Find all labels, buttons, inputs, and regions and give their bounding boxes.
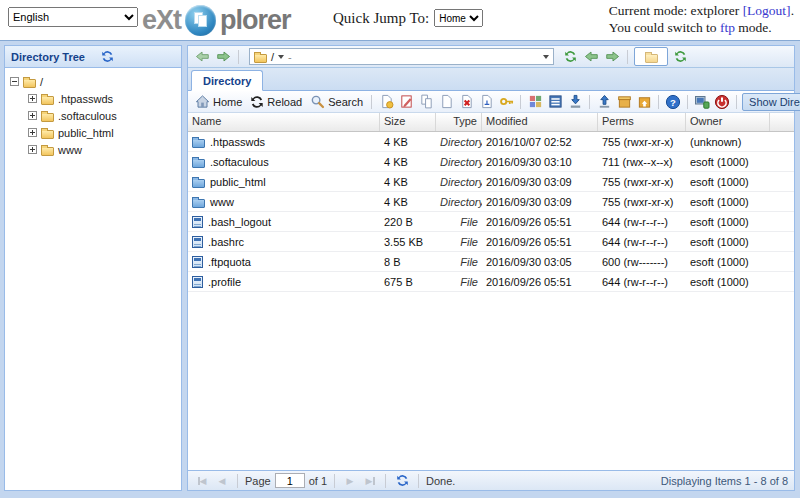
history-forward-icon[interactable] (214, 48, 232, 66)
extract-icon[interactable] (635, 93, 653, 111)
combo-dropdown-icon[interactable] (543, 55, 549, 59)
language-select[interactable]: English (8, 7, 138, 27)
perms-cell: 644 (rw-r--r--) (598, 276, 686, 288)
owner-cell: esoft (1000) (686, 196, 770, 208)
logout-link[interactable]: [Logout] (743, 3, 791, 18)
prev-page-icon[interactable]: ◀ (214, 476, 230, 486)
path-combo[interactable]: / - (249, 48, 554, 65)
column-header-perms[interactable]: Perms (598, 113, 686, 131)
last-page-icon[interactable]: ▶ (362, 476, 378, 486)
tree-node-www[interactable]: www (7, 141, 179, 158)
details-view-icon[interactable] (546, 93, 564, 111)
perms-cell: 711 (rwx--x--x) (598, 156, 686, 168)
expand-toggle-icon[interactable] (28, 128, 37, 137)
tab-strip: Directory (188, 68, 794, 91)
folder-icon (41, 96, 54, 105)
next-page-icon[interactable]: ▶ (342, 476, 358, 486)
column-header-size[interactable]: Size (380, 113, 436, 131)
owner-cell: esoft (1000) (686, 256, 770, 268)
table-row[interactable]: .htpasswds 4 KB Directory 2016/10/07 02:… (188, 132, 794, 152)
expand-toggle-icon[interactable] (28, 145, 37, 154)
table-row[interactable]: www 4 KB Directory 2016/09/30 03:09 755 … (188, 192, 794, 212)
type-cell: Directory (436, 136, 482, 148)
panel-refresh-icon[interactable] (671, 48, 689, 66)
tab-directory[interactable]: Directory (191, 70, 263, 91)
perms-cell: 755 (rwxr-xr-x) (598, 196, 686, 208)
tree-node-root[interactable]: / (7, 73, 179, 90)
logo-page-shape (198, 15, 207, 27)
ftp-mode-link[interactable]: ftp (720, 20, 735, 35)
table-row[interactable]: .profile 675 B File 2016/09/26 05:51 644… (188, 272, 794, 292)
icons-view-icon[interactable] (526, 93, 544, 111)
quick-jump-select[interactable]: Home (434, 9, 483, 27)
owner-cell: esoft (1000) (686, 276, 770, 288)
show-directories-toggle[interactable]: Show Directories (742, 93, 800, 111)
folder-icon (41, 130, 54, 139)
size-cell: 220 B (380, 216, 436, 228)
table-row[interactable]: .bashrc 3.55 KB File 2016/09/26 05:51 64… (188, 232, 794, 252)
column-header-owner[interactable]: Owner (686, 113, 770, 131)
name-cell: .softaculous (188, 156, 380, 168)
page-of-label: of 1 (309, 475, 327, 487)
search-button[interactable]: Search (307, 93, 366, 110)
file-type-icon (192, 179, 205, 188)
perms-cell: 600 (rw-------) (598, 256, 686, 268)
folder-icon (41, 147, 54, 156)
download-icon[interactable] (566, 93, 584, 111)
column-header-name[interactable]: Name (188, 113, 380, 131)
table-row[interactable]: public_html 4 KB Directory 2016/09/30 03… (188, 172, 794, 192)
table-row[interactable]: .softaculous 4 KB Directory 2016/09/30 0… (188, 152, 794, 172)
reload-icon (250, 95, 264, 109)
separator (237, 474, 238, 488)
type-cell: File (436, 216, 482, 228)
file-name: .bash_logout (208, 216, 271, 228)
name-cell: www (188, 196, 380, 208)
upload-icon[interactable] (595, 93, 613, 111)
reload-button[interactable]: Reload (247, 94, 305, 110)
rename-icon[interactable] (477, 93, 495, 111)
go-back-icon[interactable] (582, 48, 600, 66)
size-cell: 4 KB (380, 176, 436, 188)
perms-cell: 644 (rw-r--r--) (598, 216, 686, 228)
collapse-toggle-icon[interactable] (10, 77, 19, 86)
modified-cell: 2016/09/30 03:09 (482, 176, 598, 188)
copy-icon[interactable] (417, 93, 435, 111)
page-number-input[interactable] (275, 473, 305, 488)
new-file-icon[interactable] (377, 93, 395, 111)
column-header-type[interactable]: Type (436, 113, 482, 131)
expand-toggle-icon[interactable] (28, 94, 37, 103)
file-type-icon (192, 216, 203, 228)
expand-toggle-icon[interactable] (28, 111, 37, 120)
go-forward-icon[interactable] (603, 48, 621, 66)
edit-icon[interactable] (397, 93, 415, 111)
table-row[interactable]: .ftpquota 8 B File 2016/09/30 03:05 600 … (188, 252, 794, 272)
type-cell: File (436, 276, 482, 288)
history-back-icon[interactable] (193, 48, 211, 66)
separator (418, 474, 419, 488)
logout-power-icon[interactable] (713, 93, 731, 111)
archive-icon[interactable] (615, 93, 633, 111)
help-icon[interactable]: ? (664, 93, 682, 111)
path-refresh-icon[interactable] (561, 48, 579, 66)
separator (334, 474, 335, 488)
size-cell: 3.55 KB (380, 236, 436, 248)
tree-refresh-icon[interactable] (99, 48, 117, 66)
modified-cell: 2016/09/30 03:10 (482, 156, 598, 168)
delete-icon[interactable] (457, 93, 475, 111)
file-name: .bashrc (208, 236, 244, 248)
separator (385, 474, 386, 488)
grid-refresh-icon[interactable] (393, 472, 411, 490)
table-row[interactable]: .bash_logout 220 B File 2016/09/26 05:51… (188, 212, 794, 232)
tree-node-public-html[interactable]: public_html (7, 124, 179, 141)
new-window-folder-button[interactable] (634, 47, 668, 66)
home-button[interactable]: Home (192, 93, 245, 110)
first-page-icon[interactable]: ◀ (194, 476, 210, 486)
perms-cell: 644 (rw-r--r--) (598, 236, 686, 248)
column-header-modified[interactable]: Modified (482, 113, 598, 131)
path-caret-icon[interactable] (278, 55, 284, 59)
admin-icon[interactable] (693, 93, 711, 111)
move-icon[interactable] (437, 93, 455, 111)
chmod-key-icon[interactable] (497, 93, 515, 111)
tree-node-softaculous[interactable]: .softaculous (7, 107, 179, 124)
tree-node-htpasswds[interactable]: .htpasswds (7, 90, 179, 107)
